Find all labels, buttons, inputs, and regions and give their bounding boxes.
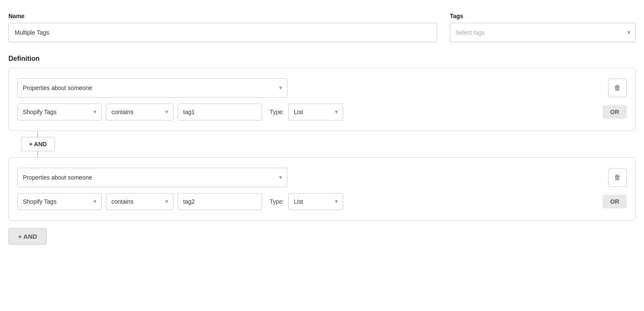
condition-1-properties-wrapper: Properties about someone Properties abou… bbox=[17, 78, 287, 98]
and-button-bottom-wrap: + AND bbox=[8, 221, 636, 245]
condition-2-shopify-tags-select[interactable]: Shopify Tags Email First Name bbox=[17, 193, 102, 210]
condition-1-or-button[interactable]: OR bbox=[603, 105, 627, 119]
condition-1-contains-wrapper: contains does not contain equals ▼ bbox=[106, 104, 173, 120]
condition-1-delete-button[interactable]: 🗑 bbox=[608, 79, 627, 97]
condition-1-fields-row: Shopify Tags Email First Name ▼ contains… bbox=[17, 104, 627, 120]
condition-2-or-button[interactable]: OR bbox=[603, 195, 627, 208]
condition-2-trash-icon: 🗑 bbox=[614, 174, 621, 181]
condition-1-properties-select[interactable]: Properties about someone Properties abou… bbox=[17, 78, 287, 98]
condition-1-type-wrapper: List Text Number ▼ bbox=[288, 104, 343, 120]
condition-2-tag-input[interactable] bbox=[178, 193, 262, 210]
and-line-top bbox=[37, 131, 38, 137]
name-field-group: Name bbox=[8, 13, 437, 42]
top-form-row: Name Tags Select tags ▼ bbox=[8, 13, 636, 42]
definition-label: Definition bbox=[8, 55, 636, 63]
condition-1-shopify-tags-select[interactable]: Shopify Tags Email First Name bbox=[17, 104, 102, 120]
condition-2-fields-row: Shopify Tags Email First Name ▼ contains… bbox=[17, 193, 627, 210]
condition-block-1: Properties about someone Properties abou… bbox=[8, 68, 636, 131]
tags-label: Tags bbox=[450, 13, 636, 19]
condition-2-contains-wrapper: contains does not contain equals ▼ bbox=[106, 193, 173, 210]
tags-field-group: Tags Select tags ▼ bbox=[450, 13, 636, 42]
condition-1-contains-select[interactable]: contains does not contain equals bbox=[106, 104, 173, 120]
and-button-bottom[interactable]: + AND bbox=[8, 228, 47, 245]
condition-block-2: Properties about someone Properties abou… bbox=[8, 157, 636, 221]
condition-2-top-row: Properties about someone Properties abou… bbox=[17, 168, 627, 187]
condition-1-type-select[interactable]: List Text Number bbox=[288, 104, 343, 120]
condition-2-properties-wrapper: Properties about someone Properties abou… bbox=[17, 168, 287, 187]
condition-2-properties-select[interactable]: Properties about someone Properties abou… bbox=[17, 168, 287, 187]
condition-2-shopify-tags-wrapper: Shopify Tags Email First Name ▼ bbox=[17, 193, 102, 210]
condition-1-tag-input[interactable] bbox=[178, 104, 262, 120]
condition-2-type-select[interactable]: List Text Number bbox=[288, 193, 343, 210]
name-label: Name bbox=[8, 13, 437, 19]
and-button-1[interactable]: + AND bbox=[21, 137, 55, 151]
tags-select[interactable]: Select tags bbox=[450, 23, 636, 42]
condition-1-top-row: Properties about someone Properties abou… bbox=[17, 78, 627, 98]
condition-2-type-label: Type: bbox=[270, 198, 284, 205]
name-input[interactable] bbox=[8, 23, 437, 42]
tags-select-wrapper: Select tags ▼ bbox=[450, 23, 636, 42]
condition-1-type-label: Type: bbox=[270, 109, 284, 115]
condition-1-shopify-tags-wrapper: Shopify Tags Email First Name ▼ bbox=[17, 104, 102, 120]
condition-2-delete-button[interactable]: 🗑 bbox=[608, 168, 627, 187]
condition-2-type-wrapper: List Text Number ▼ bbox=[288, 193, 343, 210]
condition-2-contains-select[interactable]: contains does not contain equals bbox=[106, 193, 173, 210]
and-line-bottom bbox=[37, 151, 38, 157]
and-connector-1: + AND bbox=[8, 131, 636, 157]
condition-1-trash-icon: 🗑 bbox=[614, 84, 621, 92]
